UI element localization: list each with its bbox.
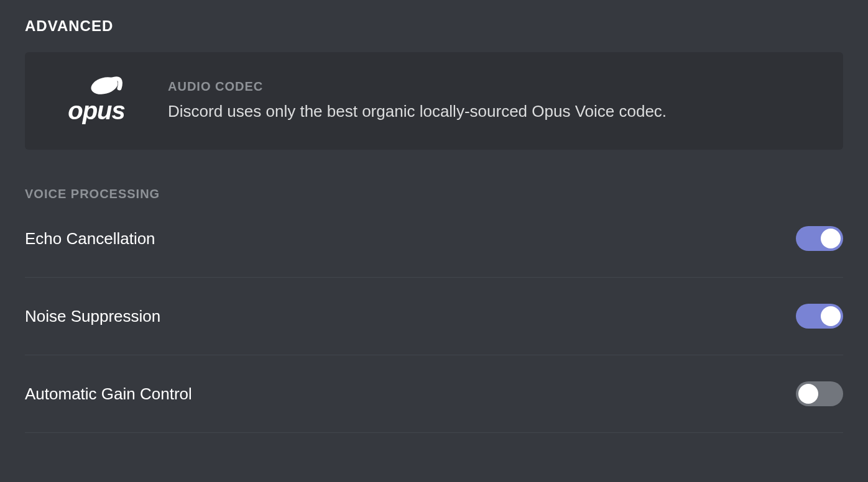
opus-logo-icon: opus [50, 75, 143, 127]
automatic-gain-control-toggle[interactable] [796, 381, 843, 406]
setting-automatic-gain-control: Automatic Gain Control [25, 381, 843, 433]
setting-label: Noise Suppression [25, 307, 160, 326]
setting-echo-cancellation: Echo Cancellation [25, 226, 843, 278]
toggle-knob [821, 229, 841, 248]
codec-description: Discord uses only the best organic local… [168, 100, 818, 122]
setting-label: Echo Cancellation [25, 229, 155, 248]
voice-processing-title: VOICE PROCESSING [25, 187, 843, 201]
echo-cancellation-toggle[interactable] [796, 226, 843, 251]
noise-suppression-toggle[interactable] [796, 304, 843, 329]
svg-text:opus: opus [68, 97, 125, 124]
setting-noise-suppression: Noise Suppression [25, 304, 843, 355]
section-title: ADVANCED [25, 17, 843, 35]
audio-codec-card: opus AUDIO CODEC Discord uses only the b… [25, 52, 843, 150]
toggle-knob [821, 306, 841, 326]
toggle-knob [798, 384, 818, 404]
codec-label: AUDIO CODEC [168, 80, 818, 94]
setting-label: Automatic Gain Control [25, 384, 192, 404]
codec-info: AUDIO CODEC Discord uses only the best o… [168, 80, 818, 122]
